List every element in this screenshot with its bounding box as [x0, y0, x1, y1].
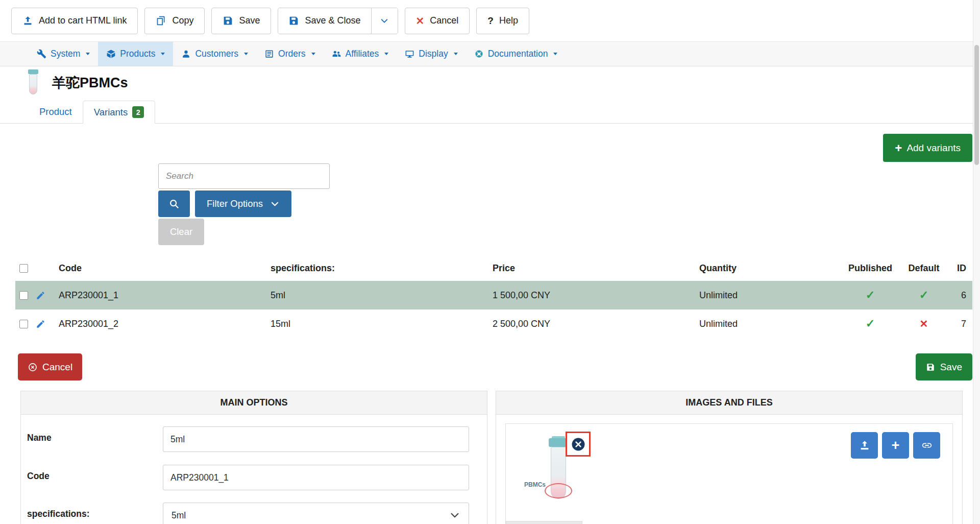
delete-image-button[interactable]	[570, 436, 587, 453]
cell-quantity: Unlimited	[699, 290, 845, 301]
add-variants-button[interactable]: + Add variants	[883, 134, 972, 162]
tab-variants[interactable]: Variants 2	[83, 101, 156, 124]
header-default: Default	[896, 263, 952, 274]
cancel-x-icon: ✕	[416, 16, 425, 26]
name-field[interactable]	[163, 426, 469, 452]
cell-quantity: Unlimited	[699, 319, 845, 329]
nav-label: Affiliates	[346, 49, 379, 59]
save-label: Save	[239, 15, 260, 26]
specifications-select[interactable]: 5ml	[163, 503, 469, 524]
row-checkbox[interactable]	[19, 320, 28, 328]
upload-image-button[interactable]	[851, 432, 878, 459]
nav-item-orders[interactable]: Orders	[256, 42, 323, 66]
upload-icon	[859, 440, 870, 451]
header-code: Code	[56, 263, 271, 274]
filter-options-button[interactable]: Filter Options	[195, 190, 291, 217]
caret-down-icon	[553, 53, 557, 55]
clear-button[interactable]: Clear	[158, 219, 204, 245]
scrollbar[interactable]	[973, 0, 980, 524]
caret-down-icon	[311, 53, 315, 55]
chevron-down-icon	[380, 16, 389, 26]
default-check-icon: ✓	[919, 289, 928, 301]
specifications-selected-value: 5ml	[172, 510, 186, 521]
add-to-cart-label: Add to cart HTML link	[39, 15, 127, 26]
edit-pencil-icon[interactable]	[36, 319, 45, 329]
scrollbar-thumb[interactable]	[974, 45, 979, 165]
caret-down-icon	[161, 53, 165, 55]
search-input[interactable]	[158, 163, 330, 189]
page-title: 羊驼PBMCs	[52, 74, 128, 92]
cell-price: 2 500,00 CNY	[493, 319, 699, 329]
tube-body	[29, 74, 37, 94]
table-row[interactable]: ARP230001_1 5ml 1 500,00 CNY Unlimited ✓…	[15, 281, 972, 309]
save-and-close-dropdown-toggle[interactable]	[371, 8, 398, 34]
tab-product-label: Product	[39, 106, 72, 117]
copy-button[interactable]: Copy	[144, 8, 205, 34]
help-label: Help	[499, 15, 518, 26]
row-edit-cell	[36, 319, 56, 329]
wrench-icon	[37, 49, 46, 59]
save-variant-button[interactable]: Save	[916, 353, 972, 380]
caret-down-icon	[454, 53, 458, 55]
person-icon	[181, 49, 191, 59]
plus-icon: +	[892, 438, 900, 454]
question-mark-icon: ?	[487, 16, 494, 26]
save-icon	[223, 15, 233, 26]
cell-specifications: 5ml	[271, 290, 493, 301]
table-header-row: Code specifications: Price Quantity Publ…	[15, 255, 972, 281]
search-buttons-row: Filter Options	[158, 190, 330, 217]
add-image-button[interactable]: +	[882, 432, 909, 459]
cancel-button[interactable]: ✕ Cancel	[405, 8, 470, 34]
code-field[interactable]	[163, 465, 469, 490]
search-button[interactable]	[158, 190, 190, 217]
save-icon	[288, 15, 299, 26]
save-variant-label: Save	[940, 362, 962, 373]
help-button[interactable]: ? Help	[476, 8, 529, 34]
cell-id: 7	[952, 319, 972, 329]
nav-item-affiliates[interactable]: Affiliates	[324, 42, 397, 66]
row-edit-cell	[36, 291, 56, 300]
thumbnail-card-partial	[506, 521, 582, 524]
images-files-panel: IMAGES AND FILES PBMCs +	[496, 391, 963, 524]
tab-product[interactable]: Product	[29, 100, 83, 123]
nav-label: Customers	[195, 49, 238, 59]
variants-count-badge: 2	[132, 106, 144, 118]
add-to-cart-html-link-button[interactable]: Add to cart HTML link	[11, 8, 138, 34]
select-all-checkbox[interactable]	[19, 264, 28, 273]
red-annotation-ring	[545, 483, 572, 498]
nav-item-documentation[interactable]: Documentation	[466, 42, 566, 66]
save-button[interactable]: Save	[211, 8, 271, 34]
cancel-variant-label: Cancel	[42, 362, 72, 373]
caret-down-icon	[86, 53, 90, 55]
save-and-close-button[interactable]: Save & Close	[278, 8, 371, 34]
row-checkbox[interactable]	[19, 291, 28, 300]
people-icon	[332, 49, 341, 59]
copy-icon	[156, 15, 166, 26]
page-header: 羊驼PBMCs	[23, 68, 128, 97]
images-files-title: IMAGES AND FILES	[496, 391, 962, 415]
chevron-down-icon	[449, 510, 460, 521]
filter-options-label: Filter Options	[207, 198, 263, 209]
header-checkbox-cell	[15, 264, 36, 273]
cell-default: ✕	[896, 318, 952, 330]
nav-item-display[interactable]: Display	[397, 42, 465, 66]
nav-label: Products	[120, 49, 155, 59]
cancel-label: Cancel	[430, 15, 458, 26]
cell-price: 1 500,00 CNY	[493, 290, 699, 301]
default-cross-icon: ✕	[920, 318, 928, 329]
tab-variants-label: Variants	[94, 107, 128, 118]
list-icon	[264, 49, 274, 59]
cancel-variant-button[interactable]: Cancel	[18, 353, 82, 380]
table-row[interactable]: ARP230001_2 15ml 2 500,00 CNY Unlimited …	[15, 309, 972, 338]
life-ring-icon	[474, 49, 484, 59]
nav-label: Display	[419, 49, 448, 59]
plus-icon: +	[895, 142, 902, 154]
image-actions: +	[851, 432, 940, 459]
nav-item-products[interactable]: Products	[98, 42, 173, 66]
product-thumbnail	[23, 68, 43, 97]
nav-item-system[interactable]: System	[29, 42, 98, 66]
edit-pencil-icon[interactable]	[36, 291, 45, 300]
link-image-button[interactable]	[913, 432, 940, 459]
nav-label: Orders	[278, 49, 305, 59]
nav-item-customers[interactable]: Customers	[173, 42, 256, 66]
